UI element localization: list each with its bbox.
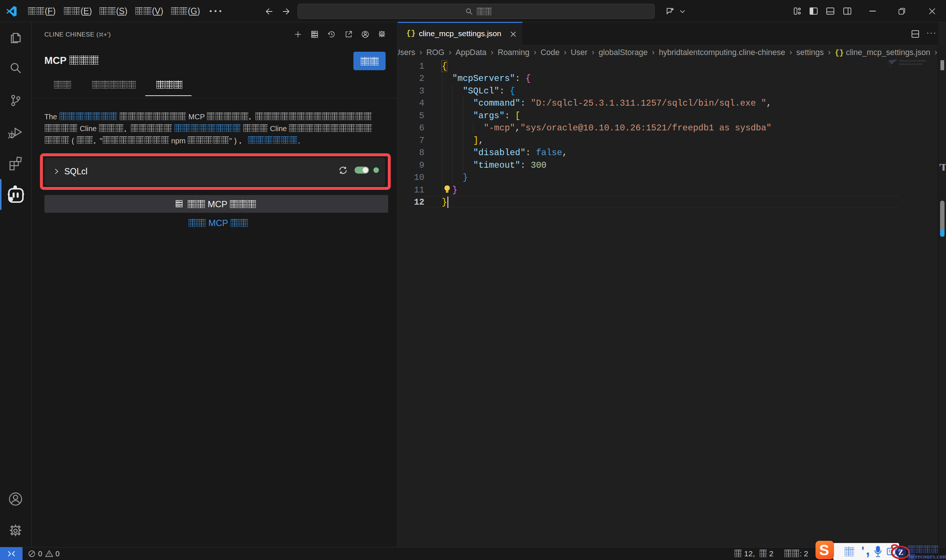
svg-text:Z: Z: [898, 548, 903, 556]
